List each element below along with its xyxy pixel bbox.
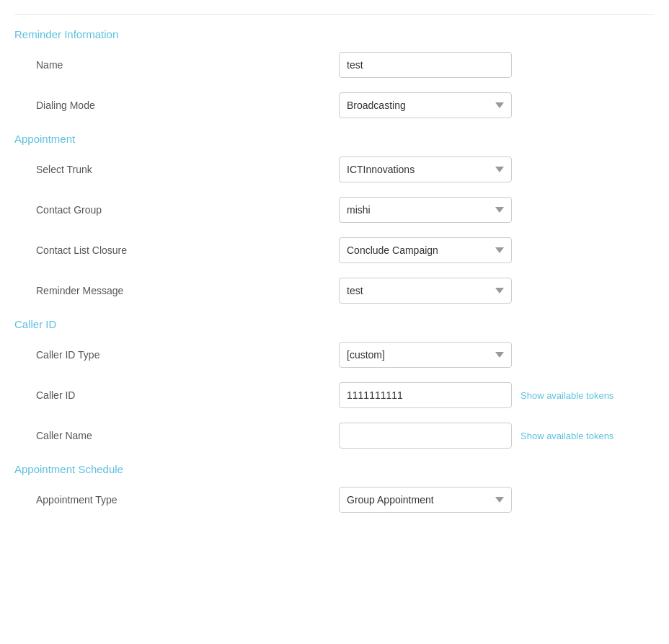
- caller-name-label: Caller Name: [36, 430, 339, 441]
- caller-id-field-group: Caller ID Show available tokens: [14, 382, 655, 408]
- name-input[interactable]: [339, 52, 512, 78]
- reminder-message-control-wrapper: test: [339, 278, 512, 304]
- caller-id-input[interactable]: [339, 382, 512, 408]
- caller-id-type-label: Caller ID Type: [36, 349, 339, 361]
- caller-id-type-select[interactable]: [custom]: [339, 342, 512, 368]
- select-trunk-label: Select Trunk: [36, 164, 339, 175]
- dialing-mode-label: Dialing Mode: [36, 100, 339, 111]
- name-label: Name: [36, 59, 339, 71]
- reminder-message-select[interactable]: test: [339, 278, 512, 304]
- contact-group-control-wrapper: mishi: [339, 197, 512, 223]
- contact-group-select[interactable]: mishi: [339, 197, 512, 223]
- contact-list-closure-select[interactable]: Conclude Campaign: [339, 237, 512, 263]
- select-trunk-field-group: Select Trunk ICTInnovations: [14, 156, 655, 182]
- caller-id-label: Caller ID: [36, 389, 339, 401]
- caller-id-type-control-wrapper: [custom]: [339, 342, 512, 368]
- caller-id-control-wrapper: Show available tokens: [339, 382, 613, 408]
- caller-id-title: Caller ID: [14, 318, 655, 330]
- caller-id-show-tokens-link[interactable]: Show available tokens: [520, 390, 613, 401]
- reminder-information-section: Reminder Information Name Dialing Mode B…: [14, 14, 655, 118]
- reminder-message-label: Reminder Message: [36, 285, 339, 296]
- name-field-group: Name: [14, 52, 655, 78]
- name-control-wrapper: [339, 52, 512, 78]
- reminder-message-field-group: Reminder Message test: [14, 278, 655, 304]
- reminder-information-title: Reminder Information: [14, 28, 655, 40]
- appointment-type-label: Appointment Type: [36, 494, 339, 506]
- appointment-title: Appointment: [14, 133, 655, 145]
- dialing-mode-field-group: Dialing Mode Broadcasting Predictive Pre…: [14, 92, 655, 118]
- caller-name-show-tokens-link[interactable]: Show available tokens: [520, 431, 613, 441]
- contact-list-closure-field-group: Contact List Closure Conclude Campaign: [14, 237, 655, 263]
- dialing-mode-control-wrapper: Broadcasting Predictive Preview: [339, 92, 512, 118]
- appointment-type-field-group: Appointment Type Group Appointment Indiv…: [14, 487, 655, 513]
- contact-group-label: Contact Group: [36, 204, 339, 216]
- contact-list-closure-label: Contact List Closure: [36, 244, 339, 256]
- contact-group-field-group: Contact Group mishi: [14, 197, 655, 223]
- select-trunk-select[interactable]: ICTInnovations: [339, 156, 512, 182]
- appointment-section: Appointment Select Trunk ICTInnovations …: [14, 133, 655, 304]
- appointment-type-select[interactable]: Group Appointment Individual Appointment: [339, 487, 512, 513]
- appointment-type-control-wrapper: Group Appointment Individual Appointment: [339, 487, 512, 513]
- contact-list-closure-control-wrapper: Conclude Campaign: [339, 237, 512, 263]
- caller-id-section: Caller ID Caller ID Type [custom] Caller…: [14, 318, 655, 449]
- select-trunk-control-wrapper: ICTInnovations: [339, 156, 512, 182]
- appointment-schedule-title: Appointment Schedule: [14, 463, 655, 475]
- dialing-mode-select[interactable]: Broadcasting Predictive Preview: [339, 92, 512, 118]
- caller-name-field-group: Caller Name Show available tokens: [14, 423, 655, 449]
- appointment-schedule-section: Appointment Schedule Appointment Type Gr…: [14, 463, 655, 513]
- caller-id-type-field-group: Caller ID Type [custom]: [14, 342, 655, 368]
- caller-name-control-wrapper: Show available tokens: [339, 423, 613, 449]
- caller-name-input[interactable]: [339, 423, 512, 449]
